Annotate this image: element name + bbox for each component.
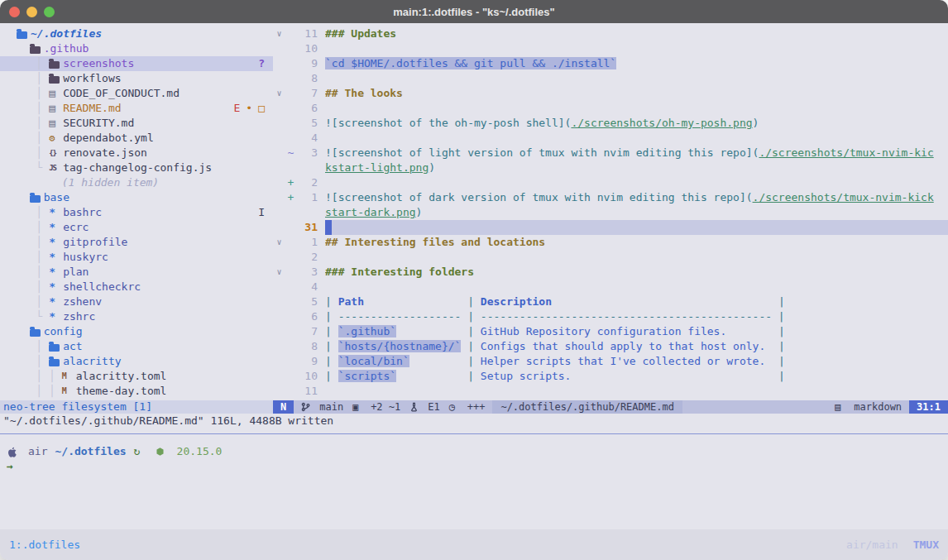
editor-line[interactable]: 2 <box>273 250 948 265</box>
fold-chevron-icon[interactable]: ∨ <box>273 26 285 41</box>
editor-line[interactable]: ∨11### Updates <box>273 26 948 41</box>
editor-line[interactable]: kstart-light.png) <box>273 160 948 175</box>
gutter-sign <box>285 324 296 339</box>
tree-item[interactable]: │ ▤CODE_OF_CONDUCT.md <box>0 86 273 101</box>
gutter-sign <box>285 56 296 71</box>
syntax-segment <box>765 340 778 352</box>
status-badge: • <box>246 101 252 116</box>
tree-item[interactable]: │ *ecrc <box>0 220 273 235</box>
tree-item[interactable]: config <box>0 324 273 339</box>
syntax-segment: | <box>467 295 481 308</box>
tree-item[interactable]: │ ⚙dependabot.yml <box>0 131 273 146</box>
tree-item-label: plan <box>63 265 89 280</box>
editor-line[interactable]: ∨7## The looks <box>273 86 948 101</box>
editor-line[interactable]: 4 <box>273 131 948 146</box>
fold-chevron-icon[interactable]: ∨ <box>273 235 285 250</box>
editor-line[interactable]: 8 <box>273 71 948 86</box>
tree-item[interactable]: │ workflows <box>0 71 273 86</box>
tree-item[interactable]: │ ▤README.mdE•□ <box>0 101 273 116</box>
editor-line-text <box>325 384 948 399</box>
tmux-right-status: air/main TMUX <box>846 538 939 551</box>
tree-item[interactable]: │ │ Malacritty.toml <box>0 369 273 384</box>
tree-item-label: CODE_OF_CONDUCT.md <box>63 86 180 101</box>
tree-item[interactable]: (1 hidden item) <box>0 175 273 190</box>
gutter-sign <box>285 354 296 369</box>
statusline-segment-text: +++ <box>467 400 486 414</box>
editor-line[interactable]: +2 <box>273 175 948 190</box>
tree-item[interactable]: │ *zshenv <box>0 294 273 309</box>
editor-line[interactable]: 31 <box>273 220 948 235</box>
editor-line[interactable]: 5| Path | Description | <box>273 294 948 309</box>
tree-item[interactable]: └ JStag-changelog-config.js <box>0 160 273 175</box>
editor-line[interactable]: 9| `local/bin` | Helper scripts that I'v… <box>273 354 948 369</box>
zoom-button[interactable] <box>44 7 55 17</box>
node-icon <box>156 447 170 457</box>
star-icon: * <box>49 235 63 250</box>
line-number: 5 <box>296 116 318 131</box>
star-icon: * <box>49 294 63 309</box>
editor-line[interactable]: 5![screenshot of the oh-my-posh shell](.… <box>273 116 948 131</box>
editor-line-text <box>325 220 948 235</box>
editor-buffer[interactable]: ∨11### Updates109`cd $HOME/.dotfiles && … <box>273 23 948 400</box>
shell-pane[interactable]: air~/.dotfiles↻20.15.0 → <box>0 434 948 529</box>
tree-item[interactable]: │ *bashrcI <box>0 205 273 220</box>
toml-icon: M <box>62 369 76 384</box>
tree-item[interactable]: ~/.dotfiles <box>0 26 273 41</box>
editor-line[interactable]: 10 <box>273 41 948 56</box>
tree-item[interactable]: .github <box>0 41 273 56</box>
tree-item[interactable]: │ screenshots? <box>0 56 273 71</box>
editor-line[interactable]: ∨3### Interesting folders <box>273 265 948 280</box>
file-icon: ▤ <box>49 116 63 131</box>
editor-line[interactable]: +1![screenshot of dark version of tmux w… <box>273 190 948 205</box>
tree-item[interactable]: │ *huskyrc <box>0 250 273 265</box>
editor-line[interactable]: 4 <box>273 280 948 294</box>
flask-icon <box>409 402 424 412</box>
editor-line[interactable]: ~3![screenshot of light version of tmux … <box>273 146 948 160</box>
fold-chevron-icon[interactable]: ∨ <box>273 265 285 280</box>
line-number: 9 <box>296 354 318 369</box>
editor-line[interactable]: 7| `.github` | GitHub Repository configu… <box>273 324 948 339</box>
line-number: 7 <box>296 324 318 339</box>
editor-line[interactable]: 10| `scripts` | Setup scripts. | <box>273 369 948 384</box>
tree-item[interactable]: │ *gitprofile <box>0 235 273 250</box>
line-number: 1 <box>296 190 318 205</box>
tree-item-label: bashrc <box>63 205 102 220</box>
editor-line-text: `cd $HOME/.dotfiles && git pull && ./ins… <box>325 56 948 71</box>
minimize-button[interactable] <box>26 7 37 17</box>
statusline-segment: E1 <box>409 400 439 414</box>
tree-item[interactable]: │ │ Mtheme-day.toml <box>0 384 273 399</box>
editor-line-text: | `local/bin` | Helper scripts that I've… <box>325 354 948 369</box>
tree-item[interactable]: │ ▤SECURITY.md <box>0 116 273 131</box>
cursor-position: 31:1 <box>909 400 948 414</box>
tmux-window-tab[interactable]: 1:.dotfiles <box>9 538 80 551</box>
tree-item[interactable]: │ {}renovate.json <box>0 146 273 160</box>
editor-line[interactable]: ∨1## Interesting files and locations <box>273 235 948 250</box>
tree-item[interactable]: └ *zshrc <box>0 309 273 324</box>
gutter-sign <box>285 41 296 56</box>
fold-chevron-icon <box>273 369 285 384</box>
tmux-badge: TMUX <box>913 538 939 551</box>
tree-guide: │ <box>17 265 49 280</box>
syntax-segment: | <box>467 325 481 337</box>
editor-line[interactable]: 9`cd $HOME/.dotfiles && git pull && ./in… <box>273 56 948 71</box>
editor-line-text <box>325 175 948 190</box>
editor-line[interactable]: 6| ------------------- | ---------------… <box>273 309 948 324</box>
fold-chevron-icon[interactable]: ∨ <box>273 86 285 101</box>
gutter-sign <box>285 205 296 220</box>
close-button[interactable] <box>9 7 20 17</box>
folder-open-icon <box>30 45 44 54</box>
tree-item[interactable]: │ *shellcheckrc <box>0 280 273 294</box>
tree-item[interactable]: base <box>0 190 273 205</box>
editor-line[interactable]: 11 <box>273 384 948 399</box>
line-number: 6 <box>296 101 318 116</box>
editor-line[interactable]: 8| `hosts/{hostname}/` | Configs that sh… <box>273 339 948 354</box>
tree-item[interactable]: │ *plan <box>0 265 273 280</box>
editor-line[interactable]: 6 <box>273 101 948 116</box>
fold-chevron-icon <box>273 339 285 354</box>
statusline-segment-text: +2 ~1 <box>371 400 400 414</box>
tree-guide: │ <box>17 250 49 265</box>
editor-line[interactable]: start-dark.png) <box>273 205 948 220</box>
tree-item[interactable]: │ alacritty <box>0 354 273 369</box>
line-number: 31 <box>296 220 318 235</box>
tree-item[interactable]: │ act <box>0 339 273 354</box>
